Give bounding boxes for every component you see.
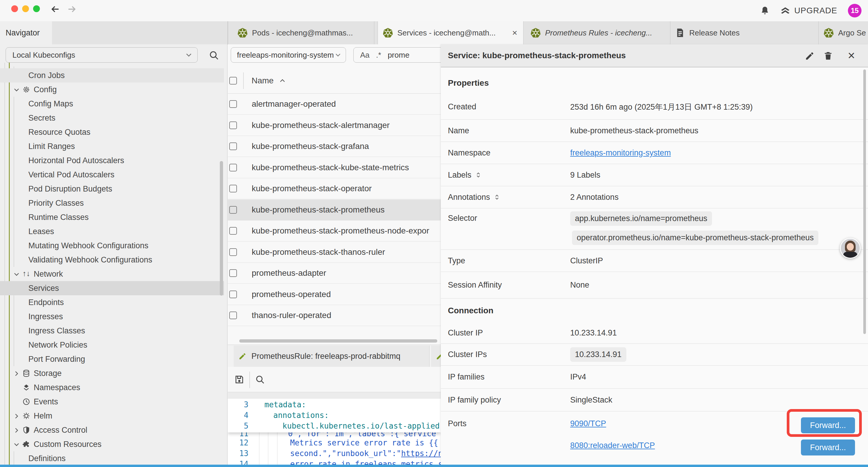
row-checkbox[interactable] (229, 227, 237, 235)
tab-close-icon[interactable]: × (512, 28, 517, 38)
table-row[interactable]: thanos-ruler-operated (228, 305, 441, 326)
tab-pods[interactable]: Pods - icecheng@mathmas... (232, 21, 374, 44)
annotations-value[interactable]: 2 Annotations (570, 193, 619, 202)
port-link[interactable]: 8080:reloader-web/TCP (570, 441, 655, 450)
sidebar-item-config-maps[interactable]: Config Maps (0, 97, 224, 111)
sidebar-scrollbar[interactable] (220, 161, 223, 296)
upgrade-button[interactable]: UPGRADE (780, 6, 837, 16)
runbook-url-link[interactable]: https://net (401, 449, 441, 458)
cluster-ips-chip[interactable]: 10.233.14.91 (570, 347, 626, 362)
back-button[interactable] (50, 4, 60, 14)
tab-argo[interactable]: Argo Se (819, 21, 868, 44)
row-checkbox[interactable] (229, 143, 237, 150)
column-header-name[interactable]: Name (252, 76, 274, 85)
row-checkbox[interactable] (229, 269, 237, 277)
editor-tab-partial[interactable] (431, 346, 441, 367)
sidebar-item-secrets[interactable]: Secrets (0, 111, 224, 125)
row-checkbox[interactable] (229, 164, 237, 171)
sidebar-item-services[interactable]: Services (0, 281, 224, 295)
row-checkbox[interactable] (229, 248, 237, 256)
search-input[interactable]: Aa .* prome (353, 47, 441, 63)
table-row[interactable]: kube-prometheus-stack-grafana (228, 136, 441, 157)
sidebar-group-network[interactable]: ↑↓ Network (0, 267, 224, 281)
selector-chip[interactable]: operator.prometheus.io/name=kube-prometh… (572, 231, 818, 245)
sidebar-item-vertical-pod-autoscalers[interactable]: Vertical Pod Autoscalers (0, 168, 224, 182)
table-row[interactable]: kube-prometheus-stack-alertmanager (228, 115, 441, 136)
tab-prometheus-rules[interactable]: Prometheus Rules - icecheng... (526, 21, 670, 44)
tab-label: Services - icecheng@math... (397, 28, 496, 37)
sidebar-item-horizontal-pod-autoscalers[interactable]: Horizontal Pod Autoscalers (0, 153, 224, 168)
sidebar-item-mutating-webhook-configurations[interactable]: Mutating Webhook Configurations (0, 238, 224, 253)
sidebar-item-limit-ranges[interactable]: Limit Ranges (0, 139, 224, 153)
match-case-icon[interactable]: Aa (360, 51, 370, 60)
close-icon[interactable]: × (848, 48, 855, 63)
sidebar-item-ingress-classes[interactable]: Ingress Classes (0, 324, 224, 338)
code-area[interactable]: 110","for":"1m","labels":{"service":" 12… (228, 399, 441, 465)
sidebar-item-port-forwarding[interactable]: Port Forwarding (0, 352, 224, 366)
sidebar-item-endpoints[interactable]: Endpoints (0, 295, 224, 310)
row-checkbox[interactable] (229, 312, 237, 319)
row-checkbox[interactable] (229, 185, 237, 193)
selector-chip[interactable]: app.kubernetes.io/name=prometheus (570, 211, 712, 226)
table-row[interactable]: kube-prometheus-stack-thanos-ruler (228, 242, 441, 263)
row-checkbox[interactable] (229, 291, 237, 298)
select-all-checkbox[interactable] (229, 77, 237, 85)
namespace-link[interactable]: freeleaps-monitoring-system (570, 148, 671, 157)
type-value: ClusterIP (570, 256, 603, 265)
navigator-tab[interactable]: Navigator (0, 21, 52, 45)
editor-search-icon[interactable] (255, 375, 265, 384)
notification-bell-icon[interactable] (760, 6, 770, 16)
tab-services[interactable]: Services - icecheng@math... × (378, 21, 524, 44)
namespace-select[interactable]: freeleaps-monitoring-system (231, 47, 346, 63)
edit-icon[interactable] (805, 51, 815, 61)
row-checkbox[interactable] (229, 206, 237, 214)
notification-count-badge[interactable]: 15 (848, 4, 862, 18)
horizontal-scrollbar[interactable] (239, 339, 437, 343)
detail-scrollbar[interactable] (863, 69, 866, 334)
traffic-light-close[interactable] (11, 5, 18, 12)
sidebar-group-storage[interactable]: Storage (0, 366, 224, 380)
port-link[interactable]: 9090/TCP (570, 419, 606, 428)
sidebar-search-icon[interactable] (209, 50, 219, 61)
table-row[interactable]: alertmanager-operated (228, 94, 441, 115)
table-row[interactable]: prometheus-adapter (228, 263, 441, 284)
sidebar-item-validating-webhook-configurations[interactable]: Validating Webhook Configurations (0, 253, 224, 267)
table-row[interactable]: kube-prometheus-stack-kube-state-metrics (228, 157, 441, 178)
regex-icon[interactable]: .* (376, 51, 381, 60)
sidebar-item-runtime-classes[interactable]: Runtime Classes (0, 210, 224, 224)
table-row[interactable]: kube-prometheus-stack-prometheus-node-ex… (228, 221, 441, 241)
kubeconfig-select[interactable]: Local Kubeconfigs (6, 47, 198, 63)
tab-release-notes[interactable]: Release Notes (670, 21, 819, 44)
save-icon[interactable] (234, 375, 244, 384)
delete-icon[interactable] (823, 51, 833, 61)
sort-both-icon[interactable] (475, 172, 482, 178)
forward-button[interactable]: Forward... (801, 439, 855, 456)
row-checkbox[interactable] (229, 100, 237, 108)
table-row-selected[interactable]: kube-prometheus-stack-prometheus (228, 200, 441, 221)
traffic-light-minimize[interactable] (22, 5, 29, 12)
sidebar-item-leases[interactable]: Leases (0, 224, 224, 238)
table-row[interactable]: prometheus-operated (228, 284, 441, 305)
sidebar-item-pod-disruption-budgets[interactable]: Pod Disruption Budgets (0, 182, 224, 196)
sidebar-item-priority-classes[interactable]: Priority Classes (0, 196, 224, 210)
sidebar-group-helm[interactable]: Helm (0, 409, 224, 423)
sidebar-item-events[interactable]: Events (0, 395, 224, 409)
forward-button[interactable] (67, 4, 77, 14)
sidebar-group-access-control[interactable]: Access Control (0, 423, 224, 437)
sidebar-group-config[interactable]: Config (0, 83, 224, 97)
labels-value[interactable]: 9 Labels (570, 171, 600, 180)
sidebar-item-network-policies[interactable]: Network Policies (0, 338, 224, 352)
sidebar-item-namespaces[interactable]: Namespaces (0, 380, 224, 395)
sidebar-item-cron-jobs[interactable]: Cron Jobs (0, 68, 224, 83)
row-checkbox[interactable] (229, 121, 237, 129)
traffic-light-maximize[interactable] (33, 5, 40, 12)
sidebar-item-ingresses[interactable]: Ingresses (0, 310, 224, 324)
sort-both-icon[interactable] (494, 194, 500, 200)
avatar[interactable] (840, 238, 861, 259)
sort-ascending-icon[interactable] (279, 77, 286, 84)
editor-tab-prometheusrule[interactable]: PrometheusRule: freeleaps-prod-rabbitmq (234, 346, 430, 367)
sidebar-group-custom-resources[interactable]: Custom Resources (0, 437, 224, 451)
sidebar-item-resource-quotas[interactable]: Resource Quotas (0, 125, 224, 139)
table-row[interactable]: kube-prometheus-stack-operator (228, 178, 441, 199)
sidebar-item-definitions[interactable]: Definitions (0, 451, 224, 465)
